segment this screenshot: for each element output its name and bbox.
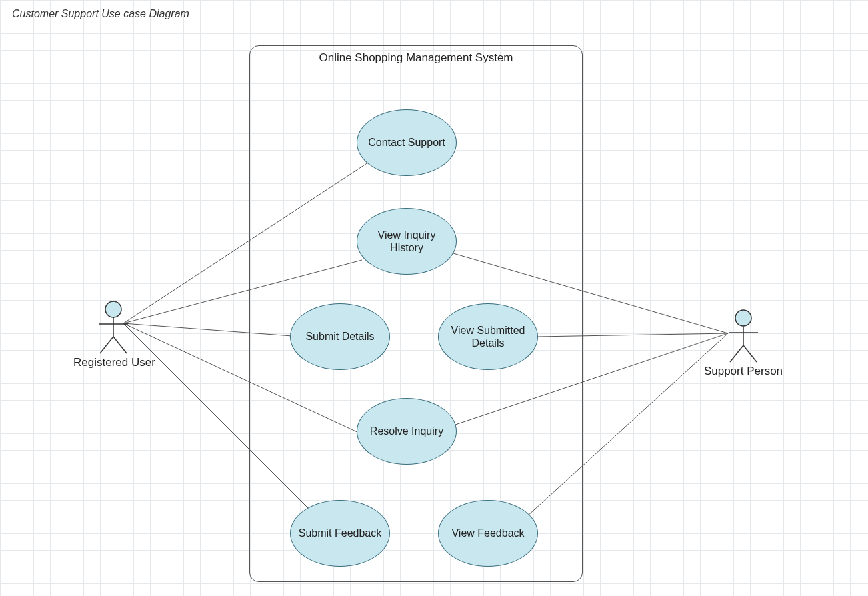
usecase-label: View Inquiry History bbox=[361, 229, 452, 254]
actor-support-person: Support Person bbox=[703, 309, 783, 378]
diagram-canvas: Customer Support Use case Diagram Online… bbox=[0, 0, 868, 596]
actor-label: Support Person bbox=[703, 365, 783, 378]
svg-line-8 bbox=[730, 345, 743, 362]
svg-line-9 bbox=[743, 345, 757, 362]
usecase-contact-support: Contact Support bbox=[357, 109, 457, 176]
actor-registered-user: Registered User bbox=[73, 300, 153, 369]
actor-icon bbox=[93, 300, 133, 355]
actor-label: Registered User bbox=[73, 356, 153, 369]
usecase-view-inquiry-history: View Inquiry History bbox=[357, 208, 457, 275]
usecase-label: Submit Feedback bbox=[299, 527, 382, 539]
usecase-resolve-inquiry: Resolve Inquiry bbox=[357, 398, 457, 465]
usecase-view-submitted-details: View Submitted Details bbox=[438, 303, 538, 370]
usecase-label: Submit Details bbox=[305, 330, 374, 343]
usecase-label: View Feedback bbox=[451, 527, 524, 539]
actor-icon bbox=[723, 309, 763, 363]
svg-point-0 bbox=[105, 301, 121, 317]
system-title: Online Shopping Management System bbox=[250, 51, 582, 65]
usecase-submit-feedback: Submit Feedback bbox=[290, 500, 390, 567]
usecase-label: Resolve Inquiry bbox=[370, 425, 443, 437]
diagram-title: Customer Support Use case Diagram bbox=[12, 8, 189, 20]
usecase-submit-details: Submit Details bbox=[290, 303, 390, 370]
svg-line-4 bbox=[113, 337, 127, 353]
svg-line-3 bbox=[100, 337, 113, 353]
usecase-label: Contact Support bbox=[368, 136, 445, 149]
svg-point-5 bbox=[735, 310, 751, 326]
usecase-view-feedback: View Feedback bbox=[438, 500, 538, 567]
usecase-label: View Submitted Details bbox=[443, 324, 533, 349]
